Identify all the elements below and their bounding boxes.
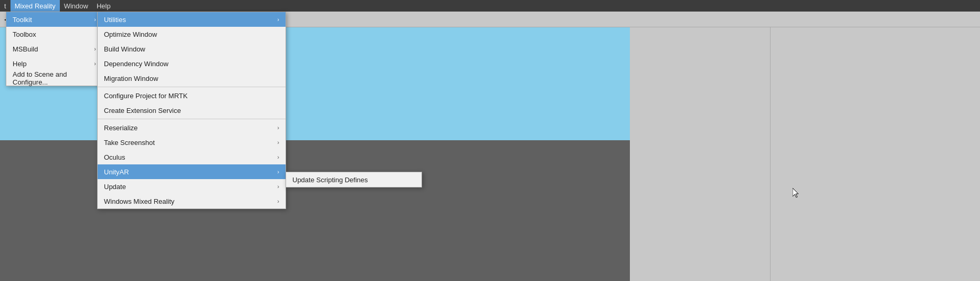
arrow-icon: ›	[277, 124, 279, 131]
menu-item-help[interactable]: Help ›	[6, 56, 102, 71]
menu-item-take-screenshot[interactable]: Take Screenshot ›	[98, 135, 286, 150]
menu-item-utilities-header[interactable]: Utilities ›	[98, 12, 286, 27]
menu-item-migration-window[interactable]: Migration Window	[98, 71, 286, 86]
menu-item-windows-mixed-reality[interactable]: Windows Mixed Reality ›	[98, 194, 286, 209]
arrow-icon: ›	[94, 60, 96, 67]
menu-item-configure-mrtk[interactable]: Configure Project for MRTK	[98, 88, 286, 103]
arrow-icon: ›	[277, 154, 279, 160]
menubar-item-help[interactable]: Help	[92, 0, 115, 12]
menubar-item-window[interactable]: Window	[60, 0, 92, 12]
menu-item-msbuild[interactable]: MSBuild ›	[6, 41, 102, 56]
dropdown-mixed-reality: Toolkit › Toolbox MSBuild › Help › Add t…	[6, 12, 103, 86]
menu-item-optimize-window[interactable]: Optimize Window	[98, 27, 286, 41]
arrow-icon: ›	[277, 16, 279, 23]
menu-item-update[interactable]: Update ›	[98, 179, 286, 194]
menu-separator-2	[98, 119, 286, 119]
arrow-icon: ›	[94, 16, 96, 23]
right-panel: ▶| 🔍 All	[770, 0, 980, 281]
menubar: t Mixed Reality Window Help	[0, 0, 980, 12]
menu-item-reserialize[interactable]: Reserialize ›	[98, 120, 286, 135]
arrow-icon: ›	[277, 139, 279, 145]
menu-item-unityar[interactable]: UnityAR ›	[98, 164, 286, 179]
dropdown-unityar: Update Scripting Defines	[286, 172, 422, 188]
menu-separator-1	[98, 87, 286, 87]
dropdown-utilities: Utilities › Optimize Window Build Window…	[97, 12, 286, 209]
menu-item-oculus[interactable]: Oculus ›	[98, 150, 286, 164]
menu-item-create-extension[interactable]: Create Extension Service	[98, 103, 286, 118]
arrow-icon: ›	[277, 169, 279, 175]
menubar-item-t[interactable]: t	[0, 0, 10, 12]
arrow-icon: ›	[277, 198, 279, 204]
menu-item-toolkit[interactable]: Toolkit ›	[6, 12, 102, 27]
menu-item-dependency-window[interactable]: Dependency Window	[98, 56, 286, 71]
menubar-item-mixed-reality[interactable]: Mixed Reality	[10, 0, 60, 12]
menu-item-toolbox[interactable]: Toolbox	[6, 27, 102, 41]
arrow-icon: ›	[277, 183, 279, 190]
arrow-icon: ›	[94, 46, 96, 52]
menu-item-build-window[interactable]: Build Window	[98, 41, 286, 56]
menu-item-add-to-scene[interactable]: Add to Scene and Configure...	[6, 71, 102, 86]
menu-item-update-scripting-defines[interactable]: Update Scripting Defines	[286, 172, 421, 187]
